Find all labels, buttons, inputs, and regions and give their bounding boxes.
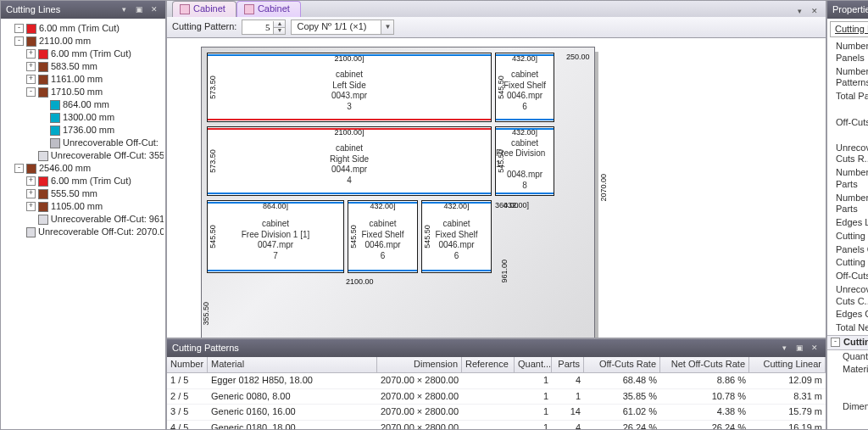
tree-expander[interactable]: + — [26, 75, 36, 84]
group-expander[interactable]: - — [831, 338, 840, 347]
grid-cell[interactable]: 26.24 % — [660, 421, 749, 429]
panel-menu-icon[interactable]: ▾ — [778, 343, 790, 354]
panel-part[interactable]: 432.00]545.50cabinetFixed Shelf0046.mpr6 — [348, 200, 418, 273]
grid-cell[interactable]: 2070.00 × 2800.00 — [377, 405, 462, 421]
grid-cell[interactable]: 14 — [552, 405, 584, 421]
grid-cell[interactable]: 2 / 5 — [167, 389, 208, 405]
close-icon[interactable]: ✕ — [148, 5, 160, 15]
tree-expander[interactable]: - — [14, 36, 24, 46]
tree-node[interactable]: +1105.00 mm — [3, 200, 164, 213]
grid-cell[interactable]: 8.86 % — [660, 373, 749, 389]
tree-node[interactable]: 1736.00 mm — [3, 124, 164, 137]
grid-cell[interactable]: 2070.00 × 2800.00 — [377, 389, 462, 405]
tree-node[interactable]: +583.50 mm — [3, 60, 164, 73]
grid-cell[interactable]: Generic 0180, 18.00 — [208, 421, 377, 429]
properties-header[interactable]: Properties ▾ ▣ ✕ — [827, 1, 868, 19]
grid-cell[interactable]: 68.48 % — [584, 373, 660, 389]
prop-group[interactable]: -Cutting Pattern Nº 5 — [827, 335, 868, 350]
pattern-spin[interactable]: ▲▼ — [242, 20, 286, 35]
panel-part[interactable]: 432.00]545.50cabinetFree Division 1..004… — [495, 126, 554, 196]
column-header[interactable]: Cutting Linear — [749, 357, 826, 373]
grid-cell[interactable]: Generic 0160, 16.00 — [208, 405, 377, 421]
chevron-down-icon[interactable]: ▼ — [381, 20, 393, 34]
tree-node[interactable]: -2110.00 mm — [3, 35, 164, 47]
column-header[interactable]: Parts — [552, 357, 584, 373]
tree-node[interactable]: +6.00 mm (Trim Cut) — [3, 175, 164, 187]
column-header[interactable]: Net Off-Cuts Rate — [660, 357, 749, 373]
tree-expander[interactable]: - — [14, 164, 24, 173]
grid-cell[interactable]: 10.78 % — [660, 389, 749, 405]
grid-cell[interactable]: 4 / 5 — [167, 421, 208, 429]
tree-expander[interactable]: + — [26, 176, 36, 186]
column-header[interactable]: Number — [167, 357, 208, 373]
grid-cell[interactable]: 1 — [515, 389, 552, 405]
panel-menu-icon[interactable]: ▾ — [118, 5, 130, 15]
tree-node[interactable]: 1300.00 mm — [3, 111, 164, 124]
panel-part[interactable]: 432.00]545.50cabinetFixed Shelf0046.mpr6 — [495, 53, 554, 122]
tree-node[interactable]: +555.50 mm — [3, 187, 164, 200]
patterns-grid[interactable]: NumberMaterialDimensionReferenceQuant...… — [167, 357, 826, 429]
cutting-patterns-header[interactable]: Cutting Patterns ▾ ▣ ✕ — [167, 339, 826, 357]
column-header[interactable]: Dimension — [377, 357, 462, 373]
grid-cell[interactable]: 2070.00 × 2800.00 — [377, 421, 462, 429]
properties-scope-combo[interactable]: Cutting Patterns "Cabinet" ▼ — [830, 21, 868, 37]
pattern-input[interactable] — [242, 22, 273, 32]
grid-cell[interactable]: 1 — [515, 421, 552, 429]
grid-cell[interactable]: Egger 0182 H850, 18.00 — [208, 373, 377, 389]
tree-node[interactable]: Unrecoverable Off-Cut: 355 — [3, 149, 164, 162]
diagram-canvas[interactable]: 2100.00]573.50cabinetLeft Side0043.mpr32… — [166, 38, 826, 338]
tree-expander[interactable]: + — [26, 49, 36, 59]
close-icon[interactable]: ✕ — [809, 343, 821, 354]
grid-cell[interactable]: 1 — [515, 405, 552, 421]
grid-cell[interactable]: 1 / 5 — [167, 373, 208, 389]
grid-cell[interactable]: 12.09 m — [749, 373, 826, 389]
tree-node[interactable]: Unrecoverable Off-Cut: — [3, 137, 164, 149]
grid-cell[interactable]: 3 / 5 — [167, 405, 208, 421]
tabs-close-icon[interactable]: ✕ — [809, 7, 821, 17]
grid-cell[interactable]: Generic 0080, 8.00 — [208, 389, 377, 405]
grid-cell[interactable]: 15.79 m — [749, 405, 826, 421]
tree-node[interactable]: +6.00 mm (Trim Cut) — [3, 47, 164, 60]
grid-cell[interactable] — [462, 389, 515, 405]
grid-cell[interactable]: 1 — [515, 373, 552, 389]
tree-node[interactable]: -2546.00 mm — [3, 162, 164, 175]
grid-cell[interactable]: 1 — [552, 389, 584, 405]
pin-icon[interactable]: ▣ — [793, 343, 805, 354]
tree-node[interactable]: -1710.50 mm — [3, 86, 164, 98]
pin-icon[interactable]: ▣ — [133, 5, 145, 15]
column-header[interactable]: Quant... — [515, 357, 552, 373]
column-header[interactable]: Reference — [462, 357, 515, 373]
grid-cell[interactable]: 4 — [552, 373, 584, 389]
tree-node[interactable]: Unrecoverable Off-Cut: 2070.00 — [3, 226, 164, 238]
panel-part[interactable]: 2100.00]573.50cabinetLeft Side0043.mpr3 — [207, 53, 492, 122]
tree-expander[interactable]: + — [26, 62, 36, 71]
grid-cell[interactable]: 26.24 % — [584, 421, 660, 429]
tree-expander[interactable]: + — [26, 202, 36, 211]
tree-expander[interactable]: - — [26, 87, 36, 97]
tab-cabinet-1[interactable]: Cabinet — [172, 1, 236, 17]
tree-node[interactable]: -6.00 mm (Trim Cut) — [3, 22, 164, 35]
copy-combo[interactable]: Copy Nº 1/1 (×1) ▼ — [291, 20, 394, 35]
column-header[interactable]: Material — [208, 357, 377, 373]
grid-cell[interactable]: 4.38 % — [660, 405, 749, 421]
grid-cell[interactable]: 61.02 % — [584, 405, 660, 421]
panel-part[interactable]: 432.00]545.50cabinetFixed Shelf0046.mpr6 — [421, 200, 492, 273]
panel-part[interactable]: 2100.00]573.50cabinetRight Side0044.mpr4 — [207, 126, 492, 196]
cutting-lines-tree[interactable]: -6.00 mm (Trim Cut)-2110.00 mm+6.00 mm (… — [1, 19, 165, 245]
tree-node[interactable]: 864.00 mm — [3, 98, 164, 111]
spin-down-icon[interactable]: ▼ — [274, 28, 285, 34]
tree-node[interactable]: +1161.00 mm — [3, 73, 164, 86]
tree-node[interactable]: Unrecoverable Off-Cut: 961 — [3, 213, 164, 226]
grid-cell[interactable]: 2070.00 × 2800.00 — [377, 373, 462, 389]
tabs-menu-icon[interactable]: ▾ — [793, 7, 805, 17]
tree-expander[interactable]: + — [26, 189, 36, 198]
grid-cell[interactable]: 16.19 m — [749, 421, 826, 429]
grid-cell[interactable]: 4 — [552, 421, 584, 429]
tree-expander[interactable]: - — [14, 24, 24, 33]
grid-cell[interactable]: 8.31 m — [749, 389, 826, 405]
column-header[interactable]: Off-Cuts Rate — [584, 357, 660, 373]
tab-cabinet-2[interactable]: Cabinet — [236, 1, 301, 17]
panel-part[interactable]: 864.00]545.50cabinetFree Division 1 [1]0… — [207, 200, 344, 273]
grid-cell[interactable] — [462, 421, 515, 429]
grid-cell[interactable] — [462, 405, 515, 421]
